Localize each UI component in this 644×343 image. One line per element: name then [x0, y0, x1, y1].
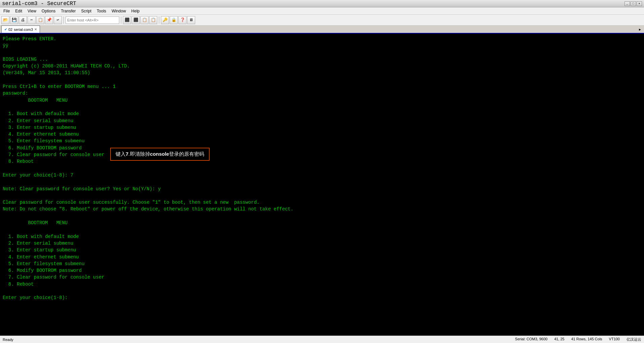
toolbar-sep-1 — [63, 16, 64, 24]
statusbar-rows: 41 Rows, 145 Cols — [571, 337, 602, 342]
terminal-line: 4. Enter ethernet submenu — [3, 131, 641, 138]
statusbar-position: 41, 25 — [554, 337, 565, 342]
menu-item-script[interactable]: Script — [79, 8, 93, 14]
terminal-line — [3, 288, 641, 294]
terminal-line: Note: Clear password for console user? Y… — [3, 186, 641, 192]
menubar: FileEditViewOptionsTransferScriptToolsWi… — [0, 7, 644, 15]
tab-label: serial-com3 — [14, 28, 33, 32]
terminal-line: (Ver349, Mar 15 2013, 11:00:55) — [3, 69, 641, 76]
terminal-line: 1. Boot with default mode — [3, 233, 641, 240]
toolbar: 📂 💾 🖨 ✂ 📋 📌 ↩ ⬛ ⬛ 📋 📋 🔑 🔒 ❓ 🖥 — [0, 15, 644, 26]
toolbar-sep-3 — [159, 16, 159, 24]
terminal-line: BOOTROM MENU — [3, 219, 641, 226]
menu-item-window[interactable]: Window — [110, 8, 128, 14]
host-input[interactable] — [66, 16, 119, 24]
annotation-rest: 登录的原有密码 — [169, 151, 204, 157]
menu-item-file[interactable]: File — [1, 8, 12, 14]
toolbar-btn-10[interactable]: 📋 — [140, 16, 148, 24]
toolbar-sep-2 — [121, 16, 121, 24]
statusbar-terminal: VT100 — [609, 337, 620, 342]
toolbar-btn-11[interactable]: 📋 — [149, 16, 157, 24]
toolbar-btn-12[interactable]: 🔑 — [161, 16, 169, 24]
terminal-line — [3, 179, 641, 185]
terminal-line: password: — [3, 90, 641, 97]
terminal-line — [3, 192, 641, 199]
terminal-line — [3, 213, 641, 219]
titlebar-text: serial-com3 - SecureCRT — [2, 1, 76, 7]
toolbar-btn-6[interactable]: 📌 — [45, 16, 53, 24]
terminal-content: Please Press ENTER.ÿÿ BIOS LOADING ...Co… — [3, 36, 641, 301]
menu-item-view[interactable]: View — [26, 8, 38, 14]
terminal-line: BIOS LOADING ... — [3, 56, 641, 63]
terminal-line: ÿÿ — [3, 42, 641, 49]
tab-number: 02 — [8, 28, 12, 32]
toolbar-btn-8[interactable]: ⬛ — [123, 16, 131, 24]
annotation-suffix: .即清除掉 — [128, 151, 150, 157]
menu-item-transfer[interactable]: Transfer — [59, 8, 78, 14]
annotation-bold: console — [150, 151, 169, 157]
terminal-line: 7. Clear password for console user — [3, 151, 641, 158]
terminal-line — [3, 165, 641, 172]
toolbar-btn-15[interactable]: 🖥 — [187, 16, 195, 24]
terminal-line: Clear password for console user successf… — [3, 199, 641, 206]
terminal-line: Copyright (c) 2008-2011 HUAWEI TECH CO.,… — [3, 63, 641, 69]
terminal-line: Enter your choice(1-8): — [3, 294, 641, 301]
terminal-line: Please Press ENTER. — [3, 36, 641, 42]
terminal-line — [3, 104, 641, 110]
terminal-line: 2. Enter serial submenu — [3, 117, 641, 124]
menu-item-options[interactable]: Options — [40, 8, 57, 14]
terminal-line: 8. Reboot — [3, 281, 641, 288]
toolbar-btn-4[interactable]: ✂ — [28, 16, 36, 24]
terminal-line: 5. Enter filesystem submenu — [3, 138, 641, 144]
tabbar: ✔ 02 serial-com3 ✕ ▶ — [0, 26, 644, 34]
terminal-line: 5. Enter filesystem submenu — [3, 260, 641, 267]
maximize-button[interactable]: □ — [631, 1, 636, 6]
terminal-line: Press Ctrl+B to enter BOOTROM menu ... 1 — [3, 83, 641, 90]
statusbar-serial: Serial: COM3, 9600 — [515, 337, 548, 342]
terminal-line: 2. Enter serial submenu — [3, 240, 641, 247]
tab-serial-com3[interactable]: ✔ 02 serial-com3 ✕ — [1, 26, 40, 33]
statusbar-status: Ready — [3, 338, 13, 342]
statusbar: Ready Serial: COM3, 9600 41, 25 41 Rows,… — [0, 336, 644, 343]
toolbar-btn-7[interactable]: ↩ — [54, 16, 62, 24]
terminal-line: 3. Enter startup submenu — [3, 247, 641, 253]
statusbar-encoding: 亿汉运云 — [627, 337, 641, 342]
annotation-box: 键入7.即清除掉console登录的原有密码 — [110, 148, 210, 161]
toolbar-btn-9[interactable]: ⬛ — [132, 16, 140, 24]
toolbar-btn-3[interactable]: 🖨 — [19, 16, 27, 24]
terminal-line: 6. Modify BOOTROM password — [3, 145, 641, 151]
terminal-line: 1. Boot with default mode — [3, 110, 641, 117]
terminal-line: BOOTROM MENU — [3, 97, 641, 104]
terminal[interactable]: Please Press ENTER.ÿÿ BIOS LOADING ...Co… — [0, 34, 644, 336]
menu-item-help[interactable]: Help — [129, 8, 142, 14]
terminal-line: 7. Clear password for console user — [3, 274, 641, 281]
toolbar-btn-2[interactable]: 💾 — [10, 16, 18, 24]
terminal-line: 6. Modify BOOTROM password — [3, 267, 641, 274]
titlebar-buttons: _ □ ✕ — [625, 1, 642, 6]
terminal-line: Enter your choice(1-8): 7 — [3, 172, 641, 179]
terminal-line: 4. Enter ethernet submenu — [3, 254, 641, 260]
toolbar-btn-5[interactable]: 📋 — [36, 16, 44, 24]
terminal-line — [3, 77, 641, 83]
terminal-line — [3, 226, 641, 233]
tab-scroll-right[interactable]: ▶ — [637, 26, 643, 33]
statusbar-right: Serial: COM3, 9600 41, 25 41 Rows, 145 C… — [515, 337, 641, 342]
terminal-line — [3, 49, 641, 56]
titlebar: serial-com3 - SecureCRT _ □ ✕ — [0, 0, 644, 7]
terminal-line: Note: Do not choose "8. Reboot" or power… — [3, 206, 641, 212]
toolbar-btn-1[interactable]: 📂 — [1, 16, 9, 24]
minimize-button[interactable]: _ — [625, 1, 630, 6]
tab-close-button[interactable]: ✕ — [34, 28, 37, 31]
tab-icon: ✔ — [4, 28, 7, 31]
toolbar-btn-13[interactable]: 🔒 — [170, 16, 178, 24]
terminal-line: 8. Reboot — [3, 158, 641, 165]
menu-item-edit[interactable]: Edit — [13, 8, 24, 14]
menu-item-tools[interactable]: Tools — [95, 8, 108, 14]
close-button[interactable]: ✕ — [637, 1, 642, 6]
annotation-prefix: 键入 — [116, 151, 126, 157]
terminal-line: 3. Enter startup submenu — [3, 124, 641, 131]
toolbar-btn-14[interactable]: ❓ — [178, 16, 186, 24]
